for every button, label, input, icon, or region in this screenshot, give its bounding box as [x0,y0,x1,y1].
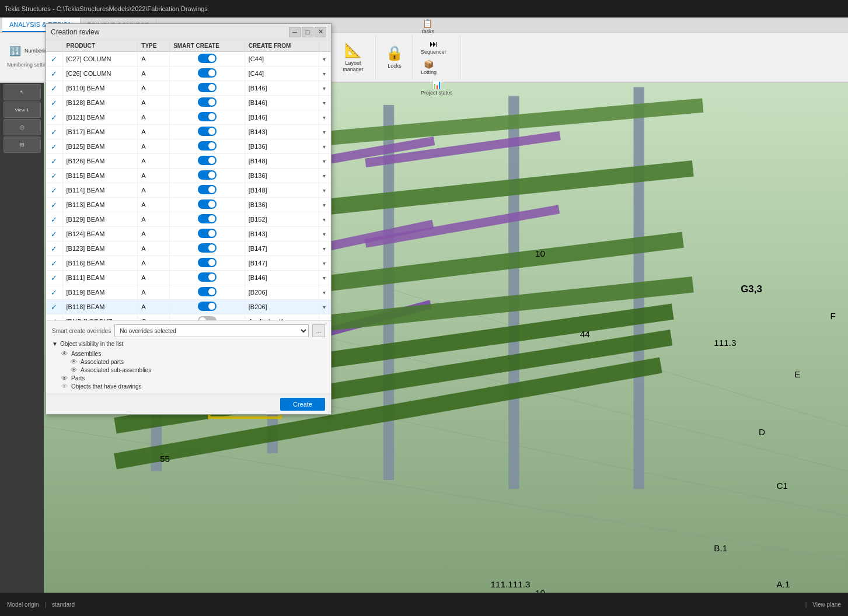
row-dropdown-arrow[interactable]: ▾ [323,173,326,179]
eye-assoc-sub-icon[interactable]: 👁 [71,366,77,373]
row-dropdown-arrow[interactable]: ▾ [323,56,326,62]
row-dropdown-arrow[interactable]: ▾ [323,275,326,281]
numbering-icon-btn[interactable]: 🔢 [7,44,23,58]
row-check-cell[interactable]: ✓ [46,256,62,271]
eye-parts-icon[interactable]: 👁 [61,374,68,382]
row-dropdown-cell[interactable]: ▾ [319,285,331,300]
row-dropdown-cell[interactable]: ▾ [319,242,331,256]
row-check-cell[interactable]: ✓ [46,183,62,198]
sidebar-filter-btn[interactable]: ⊞ [4,136,41,153]
row-dropdown-cell[interactable]: ▾ [319,110,331,125]
row-dropdown-arrow[interactable]: ▾ [323,246,326,252]
row-dropdown-cell[interactable]: ▾ [319,139,331,154]
row-check-cell[interactable]: ✓ [46,81,62,96]
smart-create-toggle[interactable] [198,54,217,63]
locks-label: Locks [388,63,402,69]
smart-create-toggle[interactable] [198,287,217,296]
smart-create-toggle[interactable] [198,258,217,267]
row-dropdown-cell[interactable]: ▾ [319,300,331,314]
row-dropdown-arrow[interactable]: ▾ [323,231,326,237]
row-dropdown-arrow[interactable]: ▾ [323,216,326,223]
row-dropdown-arrow[interactable]: ▾ [323,114,326,121]
row-dropdown-arrow[interactable]: ▾ [323,158,326,164]
smart-create-toggle[interactable] [198,68,217,78]
smart-create-dropdown[interactable]: No overrides selected [114,324,309,337]
row-check-cell[interactable]: ✓ [46,125,62,139]
smart-create-toggle[interactable] [198,316,217,320]
row-dropdown-cell[interactable]: ▾ [319,314,331,321]
smart-create-toggle[interactable] [198,214,217,223]
sequencer-btn[interactable]: ⏭ Sequencer [418,38,449,56]
row-check-cell[interactable]: ✓ [46,139,62,154]
row-dropdown-arrow[interactable]: ▾ [323,144,326,150]
row-dropdown-arrow[interactable]: ▾ [323,304,326,310]
visibility-header[interactable]: ▼ Object visibility in the list [52,341,325,347]
row-dropdown-arrow[interactable]: ▾ [323,85,326,92]
row-dropdown-arrow[interactable]: ▾ [323,289,326,296]
row-dropdown-cell[interactable]: ▾ [319,271,331,285]
row-check-cell[interactable]: ✓ [46,212,62,227]
row-dropdown-cell[interactable]: ▾ [319,96,331,110]
row-check-cell[interactable]: ✓ [46,314,62,321]
smart-create-toggle[interactable] [198,112,217,121]
smart-create-toggle[interactable] [198,302,217,311]
row-check-cell[interactable]: ✓ [46,227,62,242]
row-check-cell[interactable]: ✓ [46,110,62,125]
dialog-close-btn[interactable]: ✕ [315,27,326,37]
smart-create-toggle[interactable] [198,170,217,180]
row-dropdown-cell[interactable]: ▾ [319,198,331,212]
smart-create-toggle[interactable] [198,229,217,238]
row-check-cell[interactable]: ✓ [46,242,62,256]
row-check-cell[interactable]: ✓ [46,52,62,66]
row-dropdown-cell[interactable]: ▾ [319,81,331,96]
sidebar-snap-btn[interactable]: ◎ [4,119,41,135]
row-check-cell[interactable]: ✓ [46,271,62,285]
row-dropdown-arrow[interactable]: ▾ [323,260,326,267]
row-dropdown-cell[interactable]: ▾ [319,125,331,139]
row-check-cell[interactable]: ✓ [46,300,62,314]
sidebar-view-btn[interactable]: View 1 [4,102,41,118]
dialog-minimize-btn[interactable]: ─ [289,27,301,37]
smart-create-toggle[interactable] [198,156,217,165]
smart-create-toggle[interactable] [198,185,217,194]
sidebar-select-tool[interactable]: ↖ [4,84,41,100]
eye-assoc-parts-icon[interactable]: 👁 [71,358,77,365]
row-check-cell[interactable]: ✓ [46,66,62,81]
eye-assemblies-icon[interactable]: 👁 [61,350,68,357]
row-dropdown-arrow[interactable]: ▾ [323,100,326,106]
row-dropdown-cell[interactable]: ▾ [319,212,331,227]
smart-create-toggle[interactable] [198,97,217,107]
row-check-cell[interactable]: ✓ [46,169,62,183]
row-dropdown-cell[interactable]: ▾ [319,66,331,81]
lotting-btn[interactable]: 📦 Lotting [418,58,439,76]
row-dropdown-arrow[interactable]: ▾ [323,187,326,194]
row-check-cell[interactable]: ✓ [46,198,62,212]
smart-create-toggle[interactable] [198,243,217,253]
smart-create-toggle[interactable] [198,272,217,282]
row-check-cell[interactable]: ✓ [46,154,62,169]
row-dropdown-arrow[interactable]: ▾ [323,129,326,135]
row-dropdown-cell[interactable]: ▾ [319,183,331,198]
dialog-restore-btn[interactable]: □ [302,27,313,37]
smart-create-toggle[interactable] [198,127,217,136]
row-dropdown-cell[interactable]: ▾ [319,52,331,66]
eye-slash-objects-icon[interactable]: 👁 [61,383,68,390]
row-dropdown-cell[interactable]: ▾ [319,256,331,271]
row-dropdown-cell[interactable]: ▾ [319,154,331,169]
smart-create-more-btn[interactable]: ... [312,324,325,337]
row-check-cell[interactable]: ✓ [46,96,62,110]
row-check-cell[interactable]: ✓ [46,285,62,300]
locks-btn[interactable]: 🔒 Locks [382,36,407,78]
row-dropdown-cell[interactable]: ▾ [319,227,331,242]
smart-create-toggle[interactable] [198,83,217,92]
project-status-btn[interactable]: 📊 Project status [418,79,455,97]
smart-create-toggle[interactable] [198,141,217,150]
create-button[interactable]: Create [280,398,325,411]
layout-manager-btn[interactable]: 📐 Layout manager [336,36,371,78]
status-model-origin: Model origin [5,600,41,609]
row-dropdown-cell[interactable]: ▾ [319,169,331,183]
row-dropdown-arrow[interactable]: ▾ [323,202,326,208]
row-dropdown-arrow[interactable]: ▾ [323,71,326,77]
tasks-btn[interactable]: 📋 Tasks [418,18,437,36]
smart-create-toggle[interactable] [198,200,217,209]
